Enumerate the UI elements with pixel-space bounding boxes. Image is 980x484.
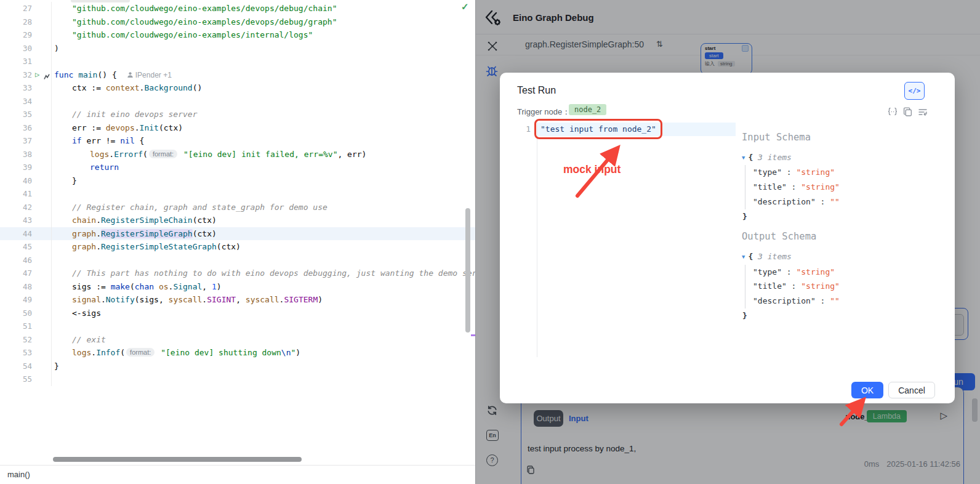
code-text: // Register chain, graph and state_graph… xyxy=(52,201,475,214)
code-line[interactable]: 43chain.RegisterSimpleChain(ctx) xyxy=(0,214,475,227)
author-lens[interactable]: IPender +1 xyxy=(127,71,172,79)
code-text: ) xyxy=(52,42,475,55)
author-icon xyxy=(127,71,134,78)
gutter: 27 xyxy=(0,2,52,15)
schema-key: "title" xyxy=(753,182,787,192)
wrap-lines-icon[interactable] xyxy=(918,107,928,116)
code-line[interactable]: 33ctx := context.Background() xyxy=(0,81,475,95)
code-line[interactable]: 41 xyxy=(0,187,475,201)
code-editor[interactable]: 27"github.com/cloudwego/eino-examples/de… xyxy=(0,0,475,484)
schema-key: "type" xyxy=(753,167,782,177)
code-line[interactable]: 31 xyxy=(0,55,475,68)
schema-panel: Input Schema▼{ 3 items"type" : "string""… xyxy=(742,124,945,323)
breadcrumb-bar: main() xyxy=(0,465,475,484)
scrolled-highlight-remnant xyxy=(71,0,130,2)
code-line[interactable]: 45graph.RegisterSimpleStateGraph(ctx) xyxy=(0,240,475,254)
code-line[interactable]: 55 xyxy=(0,373,475,386)
code-line[interactable]: 51 xyxy=(0,320,475,333)
gutter: 42 xyxy=(0,201,52,214)
code-line[interactable]: 39return xyxy=(0,161,475,174)
gutter: 31 xyxy=(0,55,52,68)
gutter: 33 xyxy=(0,81,52,95)
error-stripe-mark[interactable] xyxy=(471,334,475,336)
code-line[interactable]: 28"github.com/cloudwego/eino-examples/de… xyxy=(0,15,475,29)
line-number: 29 xyxy=(0,28,32,42)
schema-value: "string" xyxy=(796,167,835,177)
line-number: 36 xyxy=(0,121,32,135)
code-line[interactable]: 48sigs := make(chan os.Signal, 1) xyxy=(0,280,475,294)
schema-value: "" xyxy=(830,197,840,206)
editor-horizontal-scrollbar[interactable] xyxy=(53,457,302,462)
items-count: 3 items xyxy=(758,252,792,261)
line-number: 52 xyxy=(0,333,32,347)
ok-button[interactable]: OK xyxy=(851,382,883,398)
code-text: chain.RegisterSimpleChain(ctx) xyxy=(52,214,475,227)
code-line[interactable]: 53logs.Infof(format: "[eino dev] shuttin… xyxy=(0,346,475,360)
editor-vertical-scrollbar[interactable] xyxy=(465,208,470,333)
schema-row: "title" : "string" xyxy=(753,279,945,294)
open-brace: { xyxy=(748,252,758,261)
collapse-caret-icon[interactable]: ▼ xyxy=(742,254,745,260)
code-line[interactable]: 34 xyxy=(0,95,475,108)
code-line[interactable]: 35// init eino devops server xyxy=(0,108,475,121)
code-text: <-sigs xyxy=(52,307,475,320)
cancel-button[interactable]: Cancel xyxy=(888,382,935,398)
collapse-caret-icon[interactable]: ▼ xyxy=(742,155,745,161)
editor-toolbar-icons xyxy=(888,107,928,116)
code-view-button[interactable]: </> xyxy=(904,82,925,100)
line-number: 31 xyxy=(0,55,32,68)
line-number: 27 xyxy=(0,2,32,15)
schema-open-line: ▼{ 3 items xyxy=(742,249,945,265)
code-lines: 27"github.com/cloudwego/eino-examples/de… xyxy=(0,2,475,386)
code-line[interactable]: 50<-sigs xyxy=(0,307,475,320)
line-number: 45 xyxy=(0,240,32,254)
schema-value: "" xyxy=(830,296,840,305)
code-text: logs.Errorf(format: "[eino dev] init fai… xyxy=(52,148,475,161)
schema-row: "type" : "string" xyxy=(753,165,945,180)
code-line[interactable]: 38logs.Errorf(format: "[eino dev] init f… xyxy=(0,148,475,161)
gutter: 37 xyxy=(0,134,52,148)
code-line[interactable]: 30) xyxy=(0,42,475,55)
gutter: 47 xyxy=(0,267,52,280)
code-text: graph.RegisterSimpleStateGraph(ctx) xyxy=(52,240,475,254)
code-text: err := devops.Init(ctx) xyxy=(52,121,475,135)
gutter: 52 xyxy=(0,333,52,347)
gutter: 43 xyxy=(0,214,52,227)
code-line[interactable]: 49signal.Notify(sigs, syscall.SIGINT, sy… xyxy=(0,293,475,307)
breadcrumb[interactable]: main() xyxy=(7,470,30,479)
code-text: return xyxy=(52,161,475,174)
copy-json-icon[interactable] xyxy=(903,107,912,116)
code-line[interactable]: 29"github.com/cloudwego/eino-examples/in… xyxy=(0,28,475,42)
inspection-ok-icon: ✓ xyxy=(461,1,469,12)
gutter: 55 xyxy=(0,373,52,386)
code-line[interactable]: 42// Register chain, graph and state_gra… xyxy=(0,201,475,214)
code-line[interactable]: 52// exit xyxy=(0,333,475,347)
items-count: 3 items xyxy=(758,153,792,162)
code-text: signal.Notify(sigs, syscall.SIGINT, sysc… xyxy=(52,293,475,307)
code-line[interactable]: 40} xyxy=(0,174,475,188)
schema-title: Output Schema xyxy=(742,230,945,244)
schema-key: "title" xyxy=(753,281,787,291)
line-number: 37 xyxy=(0,134,32,148)
run-icon[interactable]: ▷ xyxy=(35,68,39,82)
schema-value: "string" xyxy=(801,182,840,192)
braces-format-icon[interactable] xyxy=(888,107,898,116)
gutter: 34 xyxy=(0,95,52,108)
code-line[interactable]: 36err := devops.Init(ctx) xyxy=(0,121,475,135)
code-line[interactable]: 46 xyxy=(0,254,475,267)
code-line[interactable]: 47// This part has nothing to do with ei… xyxy=(0,267,475,280)
code-text: graph.RegisterSimpleGraph(ctx) xyxy=(52,227,475,241)
code-text xyxy=(52,187,475,201)
gutter: 41 xyxy=(0,187,52,201)
code-line[interactable]: 54} xyxy=(0,360,475,373)
code-line[interactable]: 37if err != nil { xyxy=(0,134,475,148)
code-line[interactable]: 44graph.RegisterSimpleGraph(ctx) xyxy=(0,227,475,241)
gutter: 45 xyxy=(0,240,52,254)
gutter: 50 xyxy=(0,307,52,320)
schema-block: Output Schema▼{ 3 items"type" : "string"… xyxy=(742,230,945,323)
code-line[interactable]: 32▷func main() {IPender +1 xyxy=(0,68,475,82)
schema-value: "string" xyxy=(796,267,835,276)
code-line[interactable]: 27"github.com/cloudwego/eino-examples/de… xyxy=(0,2,475,15)
code-text xyxy=(52,55,475,68)
line-number: 32 xyxy=(0,68,32,82)
